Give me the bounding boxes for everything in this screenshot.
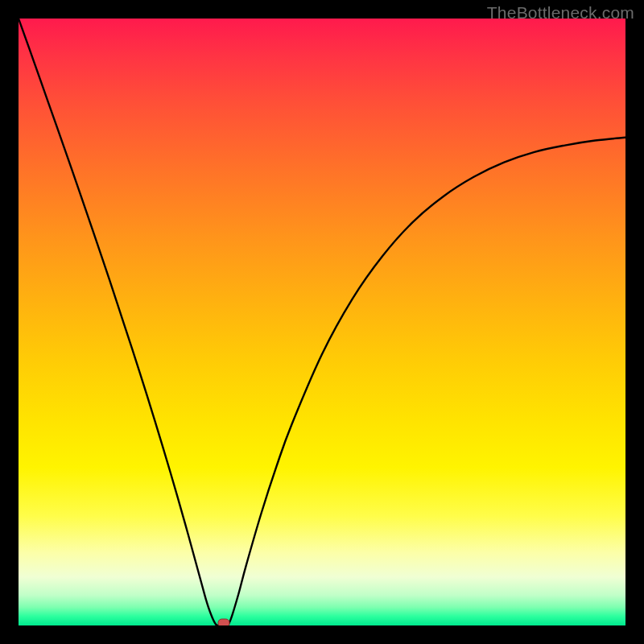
watermark-text: TheBottleneck.com xyxy=(487,3,634,23)
bottleneck-curve xyxy=(19,19,625,625)
plot-area xyxy=(19,19,625,625)
optimal-marker xyxy=(217,619,229,626)
chart-frame: TheBottleneck.com xyxy=(0,0,644,644)
